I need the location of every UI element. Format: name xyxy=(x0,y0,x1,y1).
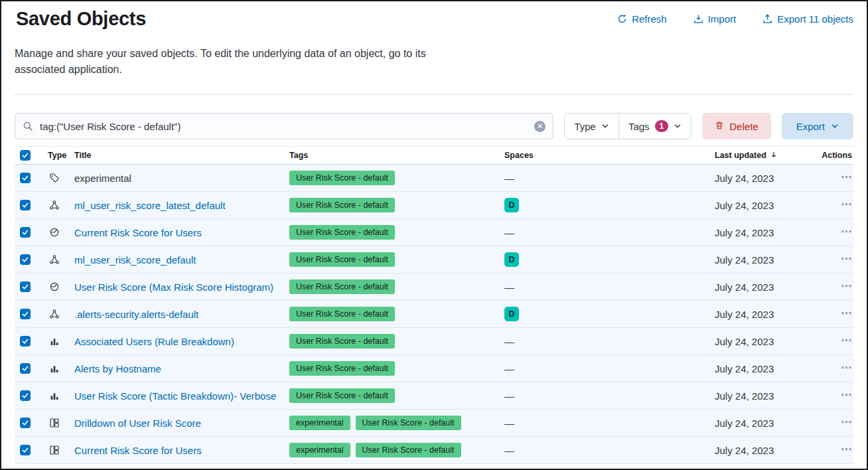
tag-badge: User Risk Score - default xyxy=(356,416,461,430)
export-label: Export xyxy=(796,121,825,132)
tags-cell: User Risk Score - default xyxy=(289,225,504,240)
tags-cell: User Risk Score - default xyxy=(289,252,504,267)
table-row: ml_user_risk_score_latest_default User R… xyxy=(15,192,853,219)
refresh-button[interactable]: Refresh xyxy=(617,13,667,25)
column-header-last-updated[interactable]: Last updated xyxy=(715,151,778,161)
row-actions-button[interactable] xyxy=(841,362,852,373)
tag-badge: User Risk Score - default xyxy=(289,252,395,267)
no-space-dash: — xyxy=(504,336,514,347)
row-checkbox[interactable] xyxy=(20,445,31,455)
table-row: Drilldown of User Risk Score experimenta… xyxy=(15,410,853,437)
row-actions-button[interactable] xyxy=(841,335,852,346)
row-actions-button[interactable] xyxy=(841,253,852,264)
import-button[interactable]: Import xyxy=(693,13,737,25)
bar-chart-icon xyxy=(49,336,60,347)
tags-filter-button[interactable]: Tags 1 xyxy=(618,114,691,139)
table-row: experimental User Risk Score - default —… xyxy=(15,165,853,192)
table-body: experimental User Risk Score - default —… xyxy=(15,165,853,464)
tags-cell: User Risk Score - default xyxy=(289,198,504,212)
spaces-cell: D xyxy=(504,307,715,321)
table-row: User Risk Score (Max Risk Score Histogra… xyxy=(15,274,853,301)
row-actions-button[interactable] xyxy=(841,307,852,319)
row-checkbox[interactable] xyxy=(20,227,31,238)
sort-descending-icon xyxy=(770,151,778,161)
delete-button[interactable]: Delete xyxy=(702,113,770,139)
row-checkbox[interactable] xyxy=(20,309,31,319)
row-actions-button[interactable] xyxy=(841,416,852,428)
export-icon xyxy=(762,14,772,24)
row-checkbox[interactable] xyxy=(20,390,31,401)
spaces-cell: — xyxy=(504,445,715,456)
bar-chart-icon xyxy=(49,390,60,401)
row-checkbox[interactable] xyxy=(20,281,31,292)
row-checkbox[interactable] xyxy=(20,363,31,374)
table-row: Current Risk Score for Users experimenta… xyxy=(15,437,853,464)
tag-badge: experimental xyxy=(289,443,350,457)
no-space-dash: — xyxy=(504,390,514,402)
row-checkbox[interactable] xyxy=(20,173,31,183)
row-checkbox[interactable] xyxy=(20,200,31,210)
saved-objects-table: Type Title Tags Spaces Last updated Acti… xyxy=(15,146,853,464)
row-actions-button[interactable] xyxy=(841,171,852,183)
last-updated-value: July 24, 2023 xyxy=(715,254,828,266)
visualization-icon xyxy=(49,281,60,292)
spaces-cell: — xyxy=(504,173,715,184)
ml-job-icon xyxy=(49,200,60,210)
object-title-link[interactable]: Alerts by Hostname xyxy=(74,363,161,374)
spaces-cell: D xyxy=(504,198,715,212)
column-header-actions: Actions xyxy=(822,151,853,160)
spaces-cell: — xyxy=(504,227,715,238)
last-updated-value: July 24, 2023 xyxy=(715,390,828,402)
visualization-icon xyxy=(49,227,60,238)
row-actions-button[interactable] xyxy=(841,280,852,291)
tags-cell: User Risk Score - default xyxy=(289,361,504,376)
tags-cell: User Risk Score - default xyxy=(289,279,504,294)
last-updated-value: July 24, 2023 xyxy=(715,445,828,456)
table-row: User Risk Score (Tactic Breakdown)- Verb… xyxy=(15,382,853,410)
row-actions-button[interactable] xyxy=(841,226,852,237)
object-title: experimental xyxy=(74,173,131,184)
table-row: ml_user_risk_score_default User Risk Sco… xyxy=(15,246,853,274)
space-badge: D xyxy=(504,307,519,321)
export-button[interactable]: Export xyxy=(782,113,853,139)
search-input[interactable] xyxy=(36,121,534,132)
page-description: Manage and share your saved objects. To … xyxy=(15,46,458,78)
row-checkbox[interactable] xyxy=(20,418,31,428)
spaces-cell: — xyxy=(504,281,715,293)
ml-job-icon xyxy=(49,309,60,319)
ml-job-icon xyxy=(49,254,60,265)
row-actions-button[interactable] xyxy=(841,389,852,400)
object-title-link[interactable]: ml_user_risk_score_default xyxy=(74,254,196,266)
row-actions-button[interactable] xyxy=(841,198,852,210)
page-header: Saved Objects Refresh Import Export 11 o… xyxy=(15,7,853,30)
divider xyxy=(15,94,853,95)
chevron-down-icon xyxy=(674,122,682,130)
no-space-dash: — xyxy=(504,445,514,456)
select-all-checkbox[interactable] xyxy=(20,150,31,161)
refresh-label: Refresh xyxy=(632,13,667,25)
row-checkbox[interactable] xyxy=(20,336,31,347)
tag-badge: User Risk Score - default xyxy=(289,361,395,376)
dashboard-icon xyxy=(49,445,60,455)
type-filter-button[interactable]: Type xyxy=(565,114,618,139)
object-title-link[interactable]: User Risk Score (Max Risk Score Histogra… xyxy=(74,281,273,293)
tag-badge: User Risk Score - default xyxy=(289,279,395,294)
row-checkbox[interactable] xyxy=(20,254,31,265)
last-updated-value: July 24, 2023 xyxy=(715,418,828,429)
search-box: ✕ xyxy=(15,113,553,139)
object-title-link[interactable]: ml_user_risk_score_latest_default xyxy=(74,200,226,211)
tag-badge: User Risk Score - default xyxy=(289,307,395,321)
header-actions: Refresh Import Export 11 objects xyxy=(617,13,853,25)
no-space-dash: — xyxy=(504,418,514,429)
export-all-button[interactable]: Export 11 objects xyxy=(762,13,853,25)
object-title-link[interactable]: .alerts-security.alerts-default xyxy=(74,309,198,320)
row-actions-button[interactable] xyxy=(841,443,852,455)
object-title-link[interactable]: Associated Users (Rule Breakdown) xyxy=(74,336,234,347)
object-title-link[interactable]: Current Risk Score for Users xyxy=(74,445,202,456)
filter-group: Type Tags 1 xyxy=(564,113,691,139)
object-title-link[interactable]: User Risk Score (Tactic Breakdown)- Verb… xyxy=(74,390,276,402)
object-title-link[interactable]: Drilldown of User Risk Score xyxy=(74,418,201,429)
clear-search-icon[interactable]: ✕ xyxy=(534,121,545,132)
object-title-link[interactable]: Current Risk Score for Users xyxy=(74,227,202,238)
no-space-dash: — xyxy=(504,363,514,374)
